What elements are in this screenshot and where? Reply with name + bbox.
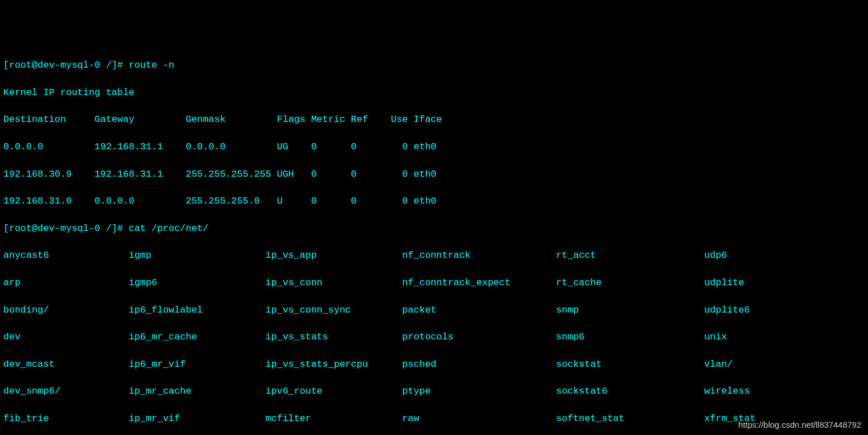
command: route -n xyxy=(128,60,174,70)
ls-row: fib_trie ip_mr_vif mcfilter raw softnet_… xyxy=(3,412,865,425)
ls-row: dev_snmp6/ ip_mr_cache ipv6_route ptype … xyxy=(3,385,865,398)
prompt: [root@dev-mysql-0 /]# xyxy=(3,60,128,70)
prompt: [root@dev-mysql-0 /]# xyxy=(3,223,128,234)
prompt-line-2: [root@dev-mysql-0 /]# cat /proc/net/ xyxy=(3,222,865,235)
route-row: 192.168.30.9 192.168.31.1 255.255.255.25… xyxy=(3,168,865,181)
route-row: 0.0.0.0 192.168.31.1 0.0.0.0 UG 0 0 0 et… xyxy=(3,140,865,154)
ls-row: dev ip6_mr_cache ip_vs_stats protocols s… xyxy=(3,330,865,344)
route-row: 192.168.31.0 0.0.0.0 255.255.255.0 U 0 0… xyxy=(3,195,865,208)
ls-row: anycast6 igmp ip_vs_app nf_conntrack rt_… xyxy=(3,249,865,262)
route-columns: Destination Gateway Genmask Flags Metric… xyxy=(3,113,865,126)
prompt-line-1: [root@dev-mysql-0 /]# route -n xyxy=(3,59,865,72)
command: cat /proc/net/ xyxy=(128,223,208,234)
ls-row: dev_mcast ip6_mr_vif ip_vs_stats_percpu … xyxy=(3,358,865,371)
ls-row: arp igmp6 ip_vs_conn nf_conntrack_expect… xyxy=(3,276,865,290)
route-header: Kernel IP routing table xyxy=(3,86,865,100)
watermark: https://blog.csdn.net/ll837448792 xyxy=(738,419,861,431)
ls-row: bonding/ ip6_flowlabel ip_vs_conn_sync p… xyxy=(3,304,865,317)
